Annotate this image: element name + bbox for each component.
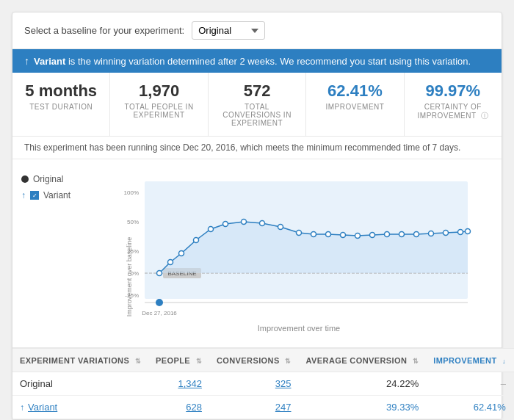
svg-text:25%: 25%	[127, 248, 139, 255]
svg-point-26	[370, 233, 375, 238]
stat-label-certainty: CERTAINTY OF IMPROVEMENT ⓘ	[416, 103, 490, 121]
row-variant-people: 628	[148, 396, 209, 419]
col-conversions[interactable]: CONVERSIONS ⇅	[209, 349, 299, 372]
chart-svg: Improvement over baseline 100% 50% 25% 0…	[108, 174, 490, 321]
stat-label-duration: TEST DURATION	[24, 103, 98, 111]
svg-point-20	[278, 225, 283, 230]
svg-point-13	[168, 260, 173, 265]
row-original-people: 1,342	[148, 372, 209, 396]
sort-variations-icon: ⇅	[135, 358, 141, 365]
svg-point-35	[156, 299, 163, 306]
col-avg-conversion[interactable]: AVERAGE CONVERSION ⇅	[299, 349, 427, 372]
stat-improvement: 62.41% IMPROVEMENT	[306, 73, 404, 136]
stat-value-people: 1,970	[122, 82, 195, 101]
stat-conversions: 572 TOTAL CONVERSIONS IN EXPERIMENT	[209, 73, 306, 136]
svg-point-29	[414, 232, 419, 237]
up-arrow-icon: ↑	[24, 55, 29, 67]
svg-text:50%: 50%	[127, 219, 139, 225]
table-row: ↑ Variant 628 247 39.33% 62.41% 99.97%	[12, 396, 514, 419]
row-variant-name: ↑ Variant	[12, 396, 148, 419]
col-variations[interactable]: EXPERIMENT VARIATIONS ⇅	[12, 349, 148, 372]
svg-point-27	[385, 232, 390, 237]
svg-point-18	[242, 220, 247, 225]
sort-conversions-icon: ⇅	[285, 358, 291, 365]
stat-label-people: TOTAL PEOPLE IN EXPERIMENT	[122, 103, 195, 119]
stat-label-conversions: TOTAL CONVERSIONS IN EXPERIMENT	[220, 103, 294, 127]
svg-point-21	[297, 231, 302, 236]
original-dot-icon	[21, 175, 29, 183]
svg-point-12	[157, 271, 162, 276]
stat-label-improvement: IMPROVEMENT	[318, 103, 391, 111]
svg-text:100%: 100%	[124, 189, 139, 196]
row-original-improvement: –	[426, 372, 513, 396]
main-container: Select a baseline for your experiment: O…	[12, 12, 502, 420]
people-link-variant[interactable]: 628	[186, 402, 202, 413]
row-variant-conversions: 247	[209, 396, 299, 419]
sort-avg-icon: ⇅	[413, 358, 419, 365]
table-header-row: EXPERIMENT VARIATIONS ⇅ PEOPLE ⇅ CONVERS…	[12, 349, 514, 372]
stat-value-certainty: 99.97%	[416, 82, 490, 101]
svg-point-31	[444, 231, 449, 236]
legend-item-variant[interactable]: ↑ ✓ Variant	[21, 190, 99, 200]
chart-container: Improvement over baseline 100% 50% 25% 0…	[108, 168, 502, 338]
row-original-conversions: 325	[209, 372, 299, 396]
table-row: Original 1,342 325 24.22% – –	[12, 372, 514, 396]
chart-section: Original ↑ ✓ Variant Improvement over ba…	[12, 159, 502, 348]
svg-text:Dec 27, 2016: Dec 27, 2016	[142, 310, 177, 316]
results-table: EXPERIMENT VARIATIONS ⇅ PEOPLE ⇅ CONVERS…	[12, 348, 514, 419]
variant-banner: ↑ Variant is the winning variation deter…	[12, 49, 502, 73]
svg-point-32	[458, 230, 463, 235]
sort-improvement-icon: ↓	[502, 358, 506, 365]
chart-x-label: Improvement over time	[108, 324, 490, 333]
variant-checkbox-icon[interactable]: ✓	[30, 191, 39, 200]
svg-point-33	[466, 229, 471, 234]
svg-point-25	[355, 233, 361, 239]
svg-point-24	[341, 233, 346, 238]
row-original-name: Original	[12, 372, 148, 396]
svg-point-15	[194, 238, 199, 243]
stat-certainty: 99.97% CERTAINTY OF IMPROVEMENT ⓘ	[405, 73, 502, 136]
stats-row: 5 months TEST DURATION 1,970 TOTAL PEOPL…	[12, 73, 502, 137]
conversions-link-variant[interactable]: 247	[275, 402, 292, 413]
baseline-row: Select a baseline for your experiment: O…	[12, 12, 502, 49]
stat-value-conversions: 572	[220, 82, 294, 101]
svg-point-22	[311, 232, 316, 237]
svg-point-17	[223, 222, 228, 227]
svg-point-19	[260, 221, 265, 226]
row-variant-improvement: 62.41%	[426, 396, 513, 419]
up-arrow-variant-icon: ↑	[21, 190, 26, 200]
chart-legend: Original ↑ ✓ Variant	[12, 168, 108, 338]
baseline-label: Select a baseline for your experiment:	[24, 25, 184, 36]
row-variant-avg: 39.33%	[299, 396, 427, 419]
svg-point-23	[326, 232, 331, 237]
variant-name-link[interactable]: Variant	[28, 402, 57, 413]
stat-value-duration: 5 months	[24, 82, 98, 101]
legend-variant-label: Variant	[43, 190, 70, 200]
row-original-avg: 24.22%	[299, 372, 427, 396]
chart-wrap: Improvement over baseline 100% 50% 25% 0…	[108, 174, 490, 321]
stat-people: 1,970 TOTAL PEOPLE IN EXPERIMENT	[110, 73, 208, 136]
info-bar: This experiment has been running since D…	[12, 137, 502, 159]
conversions-link-original[interactable]: 325	[275, 378, 292, 389]
legend-item-original[interactable]: Original	[21, 174, 99, 184]
info-icon[interactable]: ⓘ	[481, 112, 489, 120]
col-improvement[interactable]: IMPROVEMENT ↓	[426, 349, 513, 372]
legend-original-label: Original	[33, 174, 63, 184]
banner-text: Variant is the winning variation determi…	[34, 56, 471, 67]
table-section: EXPERIMENT VARIATIONS ⇅ PEOPLE ⇅ CONVERS…	[12, 348, 502, 419]
up-arrow-table-icon: ↑	[20, 402, 24, 413]
svg-point-14	[179, 251, 184, 256]
stat-test-duration: 5 months TEST DURATION	[12, 73, 110, 136]
svg-point-16	[209, 227, 214, 232]
svg-text:0%: 0%	[130, 270, 139, 277]
stat-value-improvement: 62.41%	[318, 82, 391, 101]
svg-text:-25%: -25%	[125, 292, 139, 299]
svg-point-30	[429, 231, 434, 236]
sort-people-icon: ⇅	[196, 358, 202, 365]
people-link-original[interactable]: 1,342	[178, 378, 202, 389]
baseline-select[interactable]: Original Variant	[192, 21, 265, 40]
svg-point-28	[399, 232, 405, 237]
col-people[interactable]: PEOPLE ⇅	[148, 349, 209, 372]
